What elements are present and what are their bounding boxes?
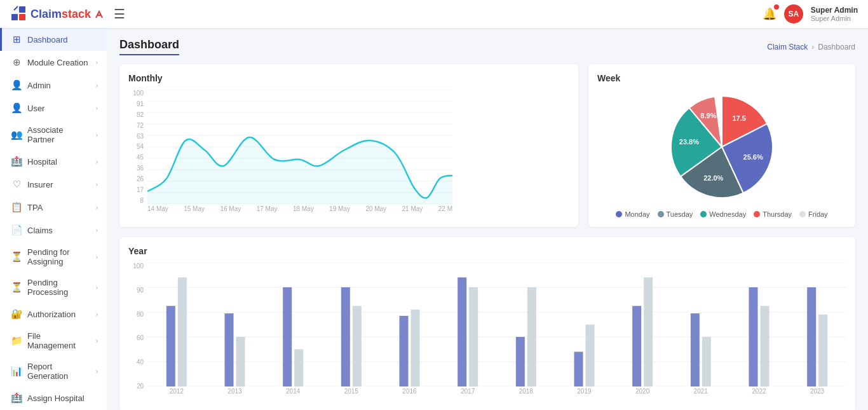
year-xlabel: 2022 (752, 388, 766, 395)
sidebar-item-pending-assigning[interactable]: ⏳ Pending for Assigning › (0, 242, 107, 272)
sidebar-label-associate-partner: Associate Partner (27, 125, 91, 144)
sidebar-item-insurer[interactable]: ♡ Insurer › (0, 173, 107, 196)
monthly-chart-title: Monthly (128, 73, 569, 83)
sidebar-item-report-generation[interactable]: 📊 Report Generation › (0, 356, 107, 386)
year-bar-v1-2012 (166, 306, 175, 386)
monthly-line-svg (147, 90, 452, 204)
year-bar-v1-2022 (749, 287, 758, 386)
monthly-area (147, 137, 452, 204)
sidebar-icon-pending-assigning: ⏳ (11, 251, 22, 263)
monthly-yaxis: 1009182726354453626178 (128, 90, 146, 204)
sidebar-item-module-creation[interactable]: ⊕ Module Creation › (0, 51, 107, 74)
sidebar-item-pending-processing[interactable]: ⏳ Pending Processing › (0, 272, 107, 303)
year-bar-v2-2012 (178, 277, 187, 386)
weekly-chart-title: Week (597, 73, 846, 83)
hamburger-icon[interactable]: ☰ (114, 6, 125, 22)
sidebar-label-module-creation: Module Creation (27, 58, 91, 67)
user-info: Super Admin Super Admin (811, 6, 858, 22)
year-bar-v2-2019 (586, 325, 595, 387)
legend-dot-monday (616, 211, 622, 217)
monthly-xlabel: 21 May (402, 205, 423, 212)
year-xlabel: 2020 (635, 388, 649, 395)
monthly-xlabel: 22 M (438, 205, 452, 212)
monthly-ylabel: 100 (128, 90, 144, 97)
sidebar-item-associate-partner[interactable]: 👥 Associate Partner › (0, 120, 107, 150)
sidebar-icon-assign-hospital: 🏥 (11, 392, 22, 404)
monthly-line-chart-container: 1009182726354453626178 14 May15 May16 Ma… (128, 90, 569, 217)
logo-text: Claimstack (31, 8, 104, 21)
sidebar-item-user[interactable]: 👤 User › (0, 97, 107, 120)
chevron-icon-pending-processing: › (96, 284, 98, 291)
monthly-xlabel: 18 May (293, 205, 314, 212)
sidebar-icon-hospital: 🏥 (11, 156, 22, 167)
year-bar-v2-2015 (353, 306, 362, 386)
monthly-xlabel: 14 May (147, 205, 168, 212)
svg-rect-0 (11, 14, 18, 20)
header: Claimstack ☰ 🔔 SA Super Admin Super Admi… (0, 0, 868, 28)
main-layout: ⊞ Dashboard ⊕ Module Creation › 👤 Admin … (0, 28, 868, 410)
sidebar: ⊞ Dashboard ⊕ Module Creation › 👤 Admin … (0, 28, 107, 410)
year-xlabel: 2018 (519, 388, 533, 395)
sidebar-item-file-management[interactable]: 📁 File Management › (0, 325, 107, 356)
year-bar-v2-2016 (411, 310, 420, 386)
sidebar-icon-report-generation: 📊 (11, 366, 22, 377)
year-xlabel: 2023 (810, 388, 824, 395)
chevron-icon-hospital: › (96, 158, 98, 165)
chevron-icon-claims: › (96, 227, 98, 234)
legend-item-monday: Monday (616, 210, 649, 218)
year-bar-v2-2018 (527, 287, 536, 386)
year-bar-v1-2014 (283, 287, 292, 386)
sidebar-item-admin[interactable]: 👤 Admin › (0, 74, 107, 97)
year-xlabel: 2013 (227, 388, 241, 395)
sidebar-icon-associate-partner: 👥 (11, 129, 22, 140)
sidebar-item-hospital[interactable]: 🏥 Hospital › (0, 150, 107, 173)
year-bar-v1-2021 (691, 313, 700, 386)
breadcrumb-claimstack[interactable]: Claim Stack (767, 43, 808, 51)
logo-icon (10, 5, 28, 23)
sidebar-item-authorization[interactable]: 🔐 Authorization › (0, 303, 107, 325)
sidebar-item-dashboard[interactable]: ⊞ Dashboard (0, 28, 107, 51)
breadcrumb-separator: › (811, 43, 814, 51)
year-bar-svg (147, 263, 846, 386)
legend-label-thursday: Thursday (763, 210, 792, 218)
year-bar-v2-2022 (761, 306, 770, 386)
breadcrumb-dashboard: Dashboard (818, 43, 855, 51)
chevron-icon-tpa: › (96, 204, 98, 211)
year-ylabel: 80 (128, 311, 144, 318)
sidebar-icon-module-creation: ⊕ (11, 57, 22, 68)
sidebar-label-tpa: TPA (27, 203, 91, 212)
sidebar-item-claims[interactable]: 📄 Claims › (0, 219, 107, 242)
bell-icon[interactable]: 🔔 (763, 7, 776, 21)
monthly-ylabel: 45 (128, 154, 144, 161)
logo: Claimstack (10, 5, 104, 23)
year-chart-title: Year (128, 246, 846, 256)
sidebar-label-assign-hospital: Assign Hospital (27, 393, 98, 403)
pie-label-3: 23.8% (679, 138, 699, 146)
monthly-ylabel: 91 (128, 100, 144, 107)
avatar: SA (784, 4, 803, 24)
pie-label-4: 8.9% (700, 112, 716, 120)
legend-dot-tuesday (658, 211, 664, 217)
year-bar-v1-2019 (574, 352, 583, 386)
year-xlabel: 2016 (402, 388, 416, 395)
sidebar-item-tpa[interactable]: 📋 TPA › (0, 196, 107, 219)
year-bar-v1-2013 (225, 313, 234, 386)
year-bar-v2-2020 (644, 277, 653, 386)
charts-top-row: Monthly 1009182726354453626178 14 May15 … (119, 64, 855, 227)
year-bar-v2-2013 (236, 337, 245, 386)
sidebar-label-dashboard: Dashboard (27, 35, 98, 44)
monthly-ylabel: 54 (128, 143, 144, 150)
chevron-icon-insurer: › (96, 181, 98, 188)
monthly-ylabel: 26 (128, 175, 144, 182)
sidebar-item-assign-hospital[interactable]: 🏥 Assign Hospital (0, 386, 107, 409)
breadcrumb-bar: Dashboard Claim Stack › Dashboard (119, 38, 855, 55)
pie-label-2: 22.0% (703, 174, 723, 182)
year-xlabel: 2019 (577, 388, 591, 395)
content-area: Dashboard Claim Stack › Dashboard Monthl… (107, 28, 868, 410)
chevron-icon-admin: › (96, 82, 98, 89)
year-ylabel: 40 (128, 359, 144, 366)
chevron-icon-authorization: › (96, 311, 98, 318)
monthly-ylabel: 17 (128, 186, 144, 193)
sidebar-label-admin: Admin (27, 81, 91, 90)
monthly-xlabel: 17 May (257, 205, 278, 212)
